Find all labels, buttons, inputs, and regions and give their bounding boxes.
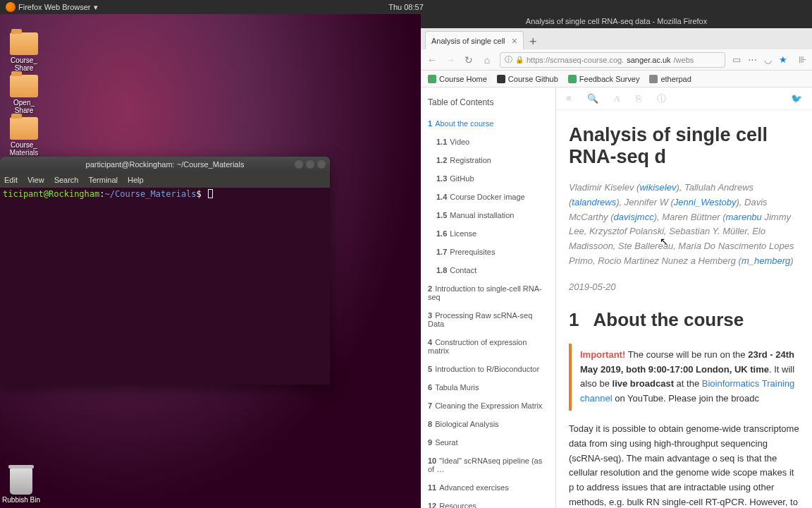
- desktop-folder[interactable]: Course_Share: [3, 32, 45, 72]
- trash-icon[interactable]: Rubbish Bin: [0, 468, 42, 504]
- toc-number: 9: [428, 438, 432, 447]
- twitter-icon[interactable]: 🐦: [791, 93, 802, 104]
- bookmark-item[interactable]: Course Github: [497, 75, 558, 83]
- minimize-button[interactable]: [295, 160, 303, 169]
- toc-number: 11: [428, 483, 436, 492]
- bookmarks-bar: Course HomeCourse GithubFeedback Surveye…: [421, 71, 812, 87]
- forward-button[interactable]: →: [445, 54, 456, 66]
- section-heading: 1About the course: [569, 309, 799, 331]
- toc-item[interactable]: 1.4Course Docker image: [421, 188, 555, 206]
- toc-item[interactable]: 12Resources: [421, 497, 555, 508]
- terminal-body[interactable]: ticipant@Rockingham:~/Course_Materials$: [0, 188, 330, 200]
- menu-search[interactable]: Search: [54, 176, 79, 184]
- url-prefix: https://scrnaseq-course.cog.: [527, 56, 624, 64]
- home-button[interactable]: ⌂: [481, 54, 493, 66]
- tab-bar: Analysis of single cell RNA- × +: [421, 28, 812, 49]
- toc-number: 5: [428, 365, 432, 373]
- folder-label: Course_Materials: [3, 141, 45, 157]
- folder-label: Open_Share: [3, 99, 45, 114]
- page-actions-icon[interactable]: ⋯: [748, 54, 757, 65]
- menu-icon[interactable]: ≡: [566, 93, 572, 104]
- toc-item[interactable]: 8Biological Analysis: [421, 415, 555, 433]
- folder-label: Course_Share: [3, 56, 45, 72]
- reload-button[interactable]: ↻: [463, 54, 474, 66]
- prompt-user: ticipant@Rockingham: [3, 189, 99, 199]
- folder-icon: [10, 117, 38, 140]
- desktop-folder[interactable]: Course_Materials: [3, 117, 45, 157]
- info-icon[interactable]: ⓘ: [657, 92, 666, 105]
- bookmark-star-icon[interactable]: ★: [779, 54, 787, 65]
- search-icon[interactable]: 🔍: [587, 93, 598, 104]
- menu-help[interactable]: Help: [128, 176, 144, 184]
- toc-number: 1.7: [436, 248, 447, 256]
- nav-toolbar: ← → ↻ ⌂ ⓘ 🔒 https://scrnaseq-course.cog.…: [421, 49, 812, 71]
- toc-label: GitHub: [450, 174, 474, 183]
- toc-item[interactable]: 6Tabula Muris: [421, 378, 555, 397]
- menu-view[interactable]: View: [27, 176, 44, 184]
- menu-edit[interactable]: Edit: [4, 176, 18, 184]
- toc-item[interactable]: 1.7Prerequisites: [421, 243, 555, 261]
- toc-number: 3: [428, 311, 432, 320]
- bookmark-icon: [568, 75, 577, 83]
- paragraph-1: Today it is possible to obtain genome-wi…: [569, 422, 799, 508]
- bookmark-item[interactable]: Feedback Survey: [568, 75, 640, 83]
- toc-number: 1: [428, 119, 432, 128]
- new-tab-button[interactable]: +: [524, 35, 543, 49]
- toc-label: Contact: [450, 266, 476, 274]
- toc-number: 12: [428, 502, 436, 508]
- page-title: Analysis of single cell RNA-seq d: [569, 124, 799, 168]
- toc-item[interactable]: 1.6License: [421, 224, 555, 243]
- close-button[interactable]: [317, 160, 326, 169]
- library-icon[interactable]: ⊪: [799, 54, 806, 65]
- back-button[interactable]: ←: [426, 54, 438, 66]
- toc-label: Cleaning the Expression Matrix: [435, 401, 542, 410]
- table-of-contents[interactable]: Table of Contents 1About the course1.1Vi…: [421, 87, 556, 508]
- toc-item[interactable]: 1.1Video: [421, 133, 555, 151]
- font-icon[interactable]: A: [614, 93, 620, 104]
- toc-number: 1.3: [436, 174, 447, 183]
- terminal-window[interactable]: participant@Rockingham: ~/Course_Materia…: [0, 157, 330, 385]
- main-content[interactable]: ≡ 🔍 A ⎘ ⓘ 🐦 Analysis of single cell RNA-…: [556, 87, 812, 508]
- reader-icon[interactable]: ▭: [732, 54, 741, 65]
- toc-item[interactable]: 3Processing Raw scRNA-seq Data: [421, 306, 555, 333]
- browser-tab[interactable]: Analysis of single cell RNA- ×: [425, 31, 524, 49]
- firefox-titlebar[interactable]: Analysis of single cell RNA-seq data - M…: [421, 14, 812, 28]
- toc-item[interactable]: 1.3GitHub: [421, 169, 555, 188]
- content-toolbar: ≡ 🔍 A ⎘ ⓘ 🐦: [556, 87, 812, 110]
- toc-item[interactable]: 1.2Registration: [421, 151, 555, 169]
- toc-label: Course Docker image: [450, 193, 524, 201]
- desktop[interactable]: Course_ShareOpen_ShareCourse_Materials R…: [0, 14, 421, 508]
- terminal-title: participant@Rockingham: ~/Course_Materia…: [86, 160, 245, 169]
- pocket-icon[interactable]: ◡: [764, 54, 772, 65]
- toc-label: License: [450, 229, 476, 238]
- tab-close-icon[interactable]: ×: [512, 35, 517, 47]
- info-icon[interactable]: ⓘ: [505, 54, 512, 65]
- toc-number: 2: [428, 284, 432, 293]
- toc-item[interactable]: 5Introduction to R/Bioconductor: [421, 360, 555, 378]
- bookmark-item[interactable]: Course Home: [428, 75, 487, 83]
- desktop-folder[interactable]: Open_Share: [3, 75, 45, 114]
- terminal-titlebar[interactable]: participant@Rockingham: ~/Course_Materia…: [0, 157, 330, 172]
- download-icon[interactable]: ⎘: [636, 93, 641, 104]
- toc-item[interactable]: 7Cleaning the Expression Matrix: [421, 397, 555, 415]
- firefox-window: Analysis of single cell RNA-seq data - M…: [421, 14, 812, 508]
- toc-item[interactable]: 9Seurat: [421, 433, 555, 452]
- app-menu[interactable]: Firefox Web Browser ▾: [6, 2, 98, 12]
- menu-terminal[interactable]: Terminal: [88, 176, 118, 184]
- toc-item[interactable]: 1.5Manual installation: [421, 206, 555, 224]
- important-callout: Important! The course will be run on the…: [569, 344, 799, 411]
- bookmark-item[interactable]: etherpad: [649, 75, 691, 83]
- bookmark-icon: [428, 75, 436, 83]
- folder-icon: [10, 75, 38, 97]
- toc-item[interactable]: 4Construction of expression matrix: [421, 333, 555, 360]
- toc-label: Construction of expression matrix: [428, 338, 527, 355]
- url-bar[interactable]: ⓘ 🔒 https://scrnaseq-course.cog.sanger.a…: [500, 52, 725, 68]
- toc-item[interactable]: 2Introduction to single-cell RNA-seq: [421, 279, 555, 306]
- toc-item[interactable]: 10"Ideal" scRNAseq pipeline (as of …: [421, 452, 555, 478]
- maximize-button[interactable]: [306, 160, 314, 169]
- clock[interactable]: Thu 08:57: [388, 3, 424, 11]
- toc-item[interactable]: 11Advanced exercises: [421, 478, 555, 497]
- bookmark-icon: [497, 75, 505, 83]
- toc-item[interactable]: 1.8Contact: [421, 261, 555, 279]
- toc-item[interactable]: 1About the course: [421, 114, 555, 133]
